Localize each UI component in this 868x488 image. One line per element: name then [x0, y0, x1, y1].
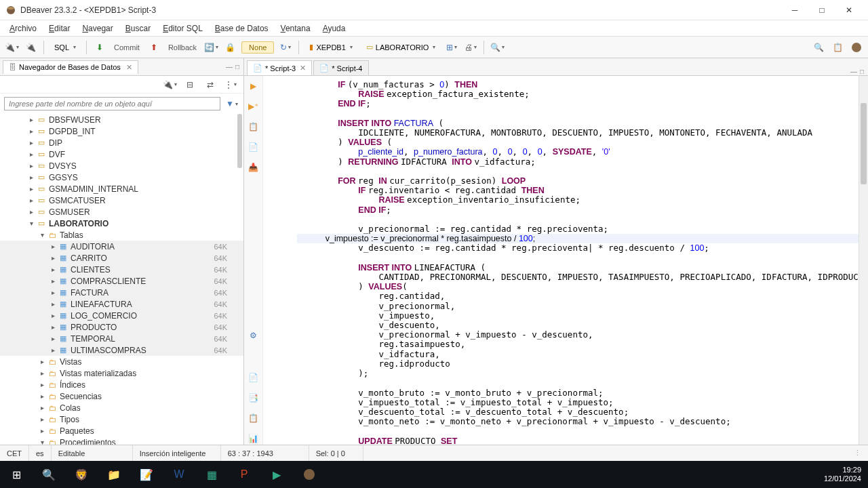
- tree-row-dgpdb_int[interactable]: ▸▭DGPDB_INT: [0, 125, 243, 137]
- tree-toggle-icon[interactable]: ▸: [49, 266, 57, 273]
- menu-editar[interactable]: Editar: [43, 22, 75, 35]
- status-menu-icon[interactable]: ⋮: [847, 445, 868, 461]
- menu-ventana[interactable]: Ventana: [275, 22, 316, 35]
- panel-icon-4[interactable]: 📊: [248, 432, 260, 445]
- nav-tool-menu-icon[interactable]: ⋮▾: [223, 77, 238, 92]
- tree-scrollbar[interactable]: [237, 114, 242, 168]
- new-connection-icon[interactable]: 🔌▾: [4, 40, 19, 55]
- tree-toggle-icon[interactable]: ▸: [38, 392, 46, 400]
- notepad-icon[interactable]: 📝: [130, 461, 163, 488]
- code-editor[interactable]: IF (v_num_facturas > 0) THEN RAISE excep…: [263, 76, 859, 445]
- tree-row-comprascliente[interactable]: ▸▦COMPRASCLIENTE64K: [0, 275, 243, 287]
- tree-row-gsmuser[interactable]: ▸▭GSMUSER: [0, 206, 243, 218]
- search-icon[interactable]: 🔍▾: [490, 40, 505, 55]
- tree-toggle-icon[interactable]: ▸: [27, 174, 35, 181]
- maximize-button[interactable]: □: [808, 1, 835, 20]
- tree-row-ultimascompras[interactable]: ▸▦ULTIMASCOMPRAS64K: [0, 344, 243, 356]
- load-icon[interactable]: 📥: [248, 161, 260, 174]
- tree-toggle-icon[interactable]: ▸: [38, 358, 46, 365]
- dbeaver-taskbar-icon[interactable]: [293, 461, 326, 488]
- rollback-button[interactable]: Rollback: [165, 43, 199, 52]
- tree-toggle-icon[interactable]: ▸: [27, 139, 35, 146]
- navigator-tab[interactable]: 🗄 Navegador de Bases de Datos ✕: [3, 60, 138, 74]
- brave-icon[interactable]: 🦁: [65, 461, 98, 488]
- run-icon[interactable]: ▶: [248, 80, 260, 92]
- lock-icon[interactable]: 🔒: [222, 40, 237, 55]
- tree-row-paquetes[interactable]: ▸🗀Paquetes: [0, 425, 243, 436]
- tree-toggle-icon[interactable]: ▸: [27, 150, 35, 158]
- editor-minimize-icon[interactable]: —: [850, 68, 857, 75]
- history-icon[interactable]: ↻▾: [278, 40, 293, 55]
- tree-row-carrito[interactable]: ▸▦CARRITO64K: [0, 252, 243, 264]
- tree-row-log_comercio[interactable]: ▸▦LOG_COMERCIO64K: [0, 310, 243, 321]
- app-icon-2[interactable]: ▶: [260, 461, 293, 488]
- menu-archivo[interactable]: Archivo: [4, 22, 42, 35]
- tree-toggle-icon[interactable]: ▸: [49, 243, 57, 250]
- tx-isolation-none[interactable]: None: [241, 41, 274, 54]
- tree-row-vistas[interactable]: ▸🗀Vistas: [0, 356, 243, 367]
- menu-editor sql[interactable]: Editor SQL: [157, 22, 208, 35]
- menu-ayuda[interactable]: Ayuda: [317, 22, 351, 35]
- tree-row-clientes[interactable]: ▸▦CLIENTES64K: [0, 264, 243, 275]
- tree-toggle-icon[interactable]: ▸: [27, 127, 35, 135]
- tx-mode-icon[interactable]: 🔄▾: [203, 40, 218, 55]
- commit-button[interactable]: Commit: [111, 43, 142, 52]
- tree-row-dip[interactable]: ▸▭DIP: [0, 137, 243, 148]
- tab-close-icon[interactable]: ✕: [300, 64, 306, 73]
- export-icon[interactable]: 📄: [248, 141, 260, 153]
- tree-toggle-icon[interactable]: ▸: [49, 312, 57, 319]
- tree-toggle-icon[interactable]: ▸: [27, 208, 35, 216]
- tool-icon-2[interactable]: 🖨▾: [463, 40, 478, 55]
- tree-toggle-icon[interactable]: ▸: [49, 254, 57, 262]
- tree-row-secuencias[interactable]: ▸🗀Secuencias: [0, 390, 243, 402]
- tree-row-colas[interactable]: ▸🗀Colas: [0, 402, 243, 413]
- word-icon[interactable]: W: [163, 461, 195, 488]
- tree-row-producto[interactable]: ▸▦PRODUCTO64K: [0, 321, 243, 333]
- tree-toggle-icon[interactable]: ▾: [38, 231, 46, 239]
- tree-row-dbsfwuser[interactable]: ▸▭DBSFWUSER: [0, 114, 243, 125]
- tree-toggle-icon[interactable]: ▸: [38, 415, 46, 423]
- tree-row-lineafactura[interactable]: ▸▦LINEAFACTURA64K: [0, 298, 243, 310]
- tree-row-dvsys[interactable]: ▸▭DVSYS: [0, 160, 243, 171]
- tree-toggle-icon[interactable]: ▸: [38, 381, 46, 388]
- tree-row-tipos[interactable]: ▸🗀Tipos: [0, 413, 243, 425]
- tree-row-procedimientos[interactable]: ▾🗀Procedimientos: [0, 436, 243, 445]
- menu-base de datos[interactable]: Base de Datos: [210, 22, 274, 35]
- tree-toggle-icon[interactable]: ▸: [49, 346, 57, 354]
- tree-row-factura[interactable]: ▸▦FACTURA64K: [0, 287, 243, 298]
- projects-icon[interactable]: 📋: [830, 40, 845, 55]
- tree-row-tablas[interactable]: ▾🗀Tablas: [0, 229, 243, 241]
- close-button[interactable]: ✕: [835, 1, 863, 20]
- editor-scrollbar[interactable]: [859, 76, 868, 445]
- tree-row-ggsys[interactable]: ▸▭GGSYS: [0, 171, 243, 183]
- tree-row-temporal[interactable]: ▸▦TEMPORAL64K: [0, 333, 243, 344]
- menu-navegar[interactable]: Navegar: [77, 22, 118, 35]
- rollback-icon[interactable]: ⬆: [146, 40, 161, 55]
- editor-tab[interactable]: 📄* Script-3✕: [247, 60, 312, 75]
- tree-toggle-icon[interactable]: ▾: [27, 220, 35, 227]
- tree-toggle-icon[interactable]: ▸: [27, 185, 35, 192]
- start-button[interactable]: ⊞: [0, 461, 33, 488]
- tree-toggle-icon[interactable]: ▸: [49, 277, 57, 285]
- perspective-icon[interactable]: [849, 40, 864, 55]
- menu-buscar[interactable]: Buscar: [120, 22, 156, 35]
- minimize-button[interactable]: ─: [781, 1, 808, 20]
- powerpoint-icon[interactable]: P: [228, 461, 260, 488]
- tree-row-índices[interactable]: ▸🗀Índices: [0, 379, 243, 390]
- nav-tool-collapse-icon[interactable]: ⊟: [182, 77, 197, 92]
- connection-selector[interactable]: ▮XEPDB1▾: [304, 41, 357, 54]
- search-global-icon[interactable]: 🔍: [811, 40, 826, 55]
- tree-toggle-icon[interactable]: ▾: [38, 439, 46, 445]
- navigator-filter-input[interactable]: [4, 97, 220, 110]
- panel-minimize-icon[interactable]: —: [226, 63, 233, 70]
- tree-row-auditoria[interactable]: ▸▦AUDITORIA64K: [0, 241, 243, 252]
- taskbar-clock[interactable]: 19:29 12/01/2024: [817, 466, 868, 483]
- tree-row-dvf[interactable]: ▸▭DVF: [0, 148, 243, 160]
- tree-toggle-icon[interactable]: ▸: [38, 404, 46, 411]
- tree-toggle-icon[interactable]: ▸: [49, 335, 57, 342]
- panel-icon-1[interactable]: 📄: [248, 371, 260, 384]
- sql-dropdown[interactable]: SQL▾: [50, 41, 81, 54]
- explain-icon[interactable]: 📋: [248, 121, 260, 133]
- tree-toggle-icon[interactable]: ▸: [27, 116, 35, 123]
- scrollbar-thumb[interactable]: [861, 103, 867, 184]
